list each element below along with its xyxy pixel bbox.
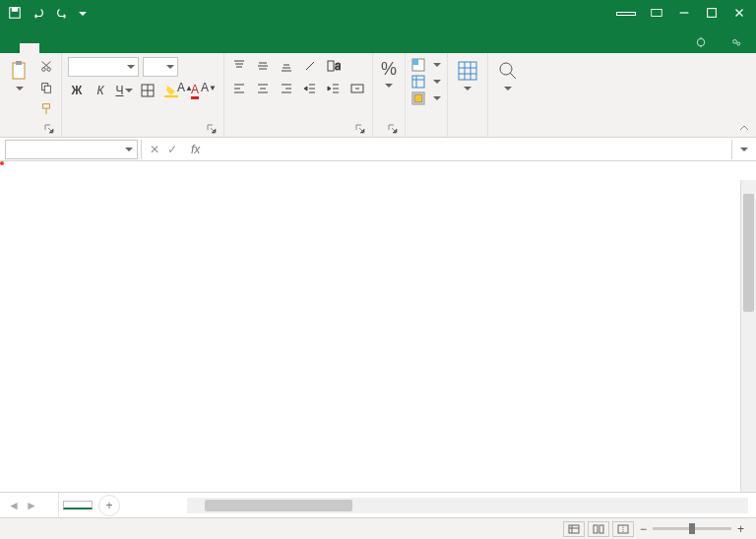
svg-line-17 <box>43 62 50 68</box>
redo-icon[interactable] <box>55 6 69 23</box>
vertical-scrollbar[interactable] <box>740 180 756 492</box>
tab-view[interactable] <box>138 43 158 53</box>
svg-rect-73 <box>599 525 603 533</box>
sheet-tab[interactable] <box>63 501 93 509</box>
font-name-select[interactable] <box>68 57 139 77</box>
borders-button[interactable] <box>139 82 157 99</box>
group-font: Ж К Ч А А▲ А▼ <box>62 53 224 137</box>
orientation-icon[interactable] <box>301 57 319 75</box>
tab-layout[interactable] <box>59 43 79 53</box>
svg-text:ab: ab <box>335 59 341 73</box>
svg-rect-19 <box>44 86 50 92</box>
decrease-font-icon[interactable]: А▼ <box>200 79 218 96</box>
editing-button[interactable] <box>494 57 522 92</box>
align-top-icon[interactable] <box>230 57 248 75</box>
dialog-launcher-icon[interactable] <box>354 123 366 135</box>
align-center-icon[interactable] <box>254 80 272 97</box>
conditional-formatting-button[interactable] <box>411 57 441 73</box>
align-right-icon[interactable] <box>278 80 295 97</box>
cut-icon[interactable] <box>39 59 53 76</box>
enter-formula-icon[interactable]: ✓ <box>167 143 177 156</box>
paste-button[interactable] <box>6 57 33 92</box>
svg-rect-20 <box>43 104 50 108</box>
copy-icon[interactable] <box>39 81 53 97</box>
font-size-select[interactable] <box>143 57 178 77</box>
dialog-launcher-icon[interactable] <box>206 123 218 135</box>
svg-rect-72 <box>594 525 598 533</box>
save-icon[interactable] <box>8 6 22 23</box>
share-button[interactable] <box>721 31 756 53</box>
titlebar <box>0 0 756 28</box>
increase-font-icon[interactable]: А▲ <box>176 79 194 96</box>
bold-button[interactable]: Ж <box>68 82 86 99</box>
collapse-ribbon-icon[interactable] <box>738 122 750 134</box>
highlight-box <box>0 161 4 165</box>
sheet-tab-bar: ◄► + <box>0 492 756 517</box>
new-sheet-button[interactable]: + <box>98 495 120 516</box>
view-switcher[interactable] <box>557 521 640 537</box>
tab-formulas[interactable] <box>79 43 98 53</box>
horizontal-scrollbar[interactable] <box>187 498 748 513</box>
group-number: % <box>373 53 406 137</box>
italic-button[interactable]: К <box>92 82 109 99</box>
dialog-launcher-icon[interactable] <box>387 123 399 135</box>
svg-rect-56 <box>412 59 418 65</box>
minimize-icon[interactable] <box>677 6 691 23</box>
zoom-control[interactable]: − + <box>640 522 750 536</box>
svg-rect-61 <box>414 94 422 102</box>
formula-input[interactable] <box>206 140 731 159</box>
svg-rect-1 <box>12 7 17 11</box>
group-label-editing <box>494 120 522 135</box>
zoom-in-button[interactable]: + <box>737 522 744 536</box>
window-controls <box>606 6 756 23</box>
svg-point-7 <box>697 38 705 46</box>
name-box[interactable] <box>5 140 138 159</box>
zoom-slider[interactable] <box>653 527 731 530</box>
format-painter-icon[interactable] <box>39 102 53 119</box>
dialog-launcher-icon[interactable] <box>43 123 55 135</box>
worksheet[interactable] <box>0 161 756 492</box>
underline-button[interactable]: Ч <box>115 82 133 99</box>
cells-button[interactable] <box>454 57 481 92</box>
login-button[interactable] <box>616 12 636 16</box>
align-left-icon[interactable] <box>230 80 248 97</box>
svg-point-14 <box>42 68 46 72</box>
maximize-icon[interactable] <box>705 6 719 23</box>
tab-help[interactable] <box>158 43 177 53</box>
cancel-formula-icon[interactable]: ✕ <box>150 143 159 156</box>
fx-icon[interactable]: fx <box>185 143 206 156</box>
svg-point-11 <box>737 42 740 45</box>
tell-me[interactable] <box>685 31 721 53</box>
status-bar: − + <box>0 517 756 539</box>
page-layout-view-icon[interactable] <box>588 521 609 537</box>
tab-insert[interactable] <box>39 43 59 53</box>
tab-nav[interactable]: ◄► <box>0 493 59 517</box>
group-styles <box>406 53 448 137</box>
tab-home[interactable] <box>20 43 39 53</box>
close-icon[interactable] <box>732 6 746 23</box>
increase-indent-icon[interactable] <box>325 80 343 97</box>
merge-icon[interactable] <box>348 80 366 97</box>
tab-data[interactable] <box>98 43 118 53</box>
normal-view-icon[interactable] <box>563 521 585 537</box>
ribbon-options-icon[interactable] <box>650 6 663 23</box>
group-cells <box>448 53 488 137</box>
svg-point-15 <box>47 68 51 72</box>
svg-line-16 <box>42 62 49 68</box>
page-break-view-icon[interactable] <box>612 521 634 537</box>
wrap-text-icon[interactable]: ab <box>325 57 343 75</box>
align-bottom-icon[interactable] <box>278 57 295 75</box>
tab-review[interactable] <box>118 43 138 53</box>
qat-more-icon[interactable] <box>79 12 87 16</box>
cell-styles-button[interactable] <box>411 90 441 106</box>
zoom-out-button[interactable]: − <box>640 522 647 536</box>
undo-icon[interactable] <box>32 6 45 23</box>
format-as-table-button[interactable] <box>411 74 441 90</box>
svg-rect-36 <box>328 61 334 71</box>
tab-file[interactable] <box>0 43 20 53</box>
number-format-button[interactable]: % <box>379 57 399 90</box>
decrease-indent-icon[interactable] <box>301 80 319 97</box>
expand-formula-bar-icon[interactable] <box>731 140 756 159</box>
align-middle-icon[interactable] <box>254 57 272 75</box>
svg-rect-13 <box>16 61 22 65</box>
